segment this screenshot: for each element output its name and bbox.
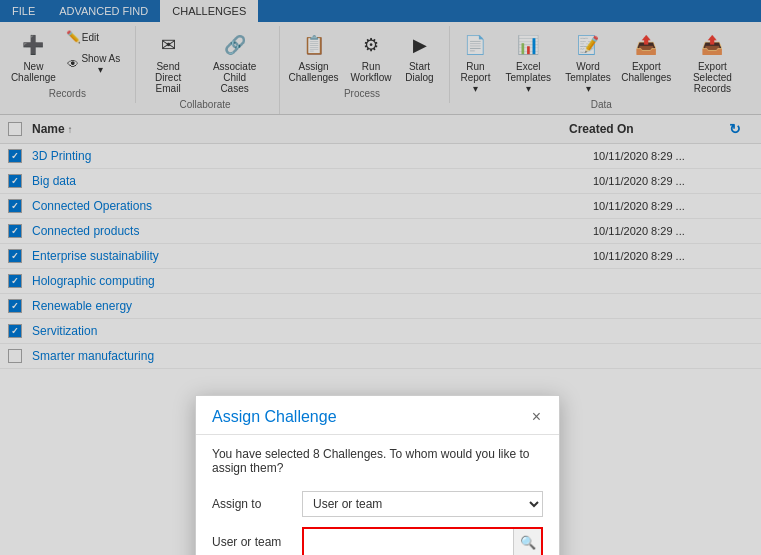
modal-close-button[interactable]: × xyxy=(530,408,543,426)
modal-body: You have selected 8 Challenges. To whom … xyxy=(196,435,559,555)
modal-description: You have selected 8 Challenges. To whom … xyxy=(212,447,543,475)
main-list-area: Name Created On ↻ 3D Printing 10/11/2020… xyxy=(0,115,761,555)
user-or-team-field: User or team 🔍 xyxy=(212,527,543,555)
assign-to-label: Assign to xyxy=(212,497,302,511)
user-or-team-search-wrapper: 🔍 xyxy=(302,527,543,555)
user-or-team-value: 🔍 xyxy=(302,527,543,555)
assign-to-select[interactable]: User or team xyxy=(302,491,543,517)
assign-challenge-modal: Assign Challenge × You have selected 8 C… xyxy=(195,395,560,555)
assign-to-field: Assign to User or team xyxy=(212,491,543,517)
user-or-team-input[interactable] xyxy=(304,531,513,553)
modal-header: Assign Challenge × xyxy=(196,396,559,435)
modal-title: Assign Challenge xyxy=(212,408,337,426)
user-or-team-label: User or team xyxy=(212,535,302,549)
user-or-team-search-button[interactable]: 🔍 xyxy=(513,529,541,555)
assign-to-value: User or team xyxy=(302,491,543,517)
